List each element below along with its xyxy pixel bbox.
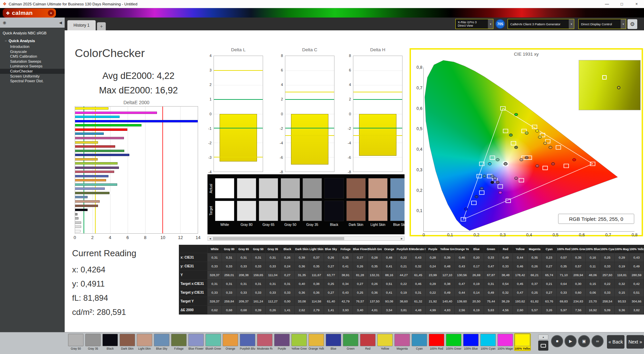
sidebar-item-saturation-sweeps[interactable]: Saturation Sweeps [0,59,65,64]
back-chevron-icon: « [609,339,611,345]
delta_l-ticks: 43210-1-2-3-4 [204,56,212,172]
stop-button[interactable]: ■ [551,335,563,347]
sidebar-item-screen-uniformity[interactable]: Screen Uniformity [0,74,65,79]
actual-row-label: Actual [208,178,214,199]
close-button[interactable]: × [629,0,644,8]
deltae-bar-light-skin [75,200,100,203]
deltae-bar-100-green [75,124,141,126]
patch-button-100-cyan[interactable]: 100% Cyan [480,334,496,350]
minimize-button[interactable]: — [600,0,614,8]
calman-logo[interactable]: ❖ calman ▾ [3,8,56,18]
patch-button-yellow[interactable]: Yellow [377,334,393,350]
pattern-expander: ▲ [538,334,548,351]
current-reading-value: y: 0,4911 [72,277,136,291]
sidebar-item-introduction[interactable]: Introduction [0,44,65,49]
loop-button[interactable]: ∞ [591,335,604,347]
patch-button-blue-sky[interactable]: Blue Sky [154,334,169,350]
scrollbar-thumb[interactable] [213,237,344,240]
chevron-down-icon[interactable]: ▾ [569,19,574,29]
swatch-column-label: Black [324,223,344,227]
patch-button-orange[interactable]: Orange [223,334,238,350]
target-swatch-gray-35 [302,201,322,221]
patch-button-red[interactable]: Red [360,334,376,350]
deltae-bar-gray-80 [75,226,81,228]
tree-expander-icon[interactable]: − [5,39,7,43]
deltae-bar-gray-65 [75,222,81,224]
patch-button-row: Gray 50Gray 35BlackDark SkinLight SkinBl… [68,334,530,350]
inset-target-marker [602,75,607,80]
meter-dropdown[interactable]: X-Rite i1Pro 3 Direct View ▾ [455,19,493,29]
actual-swatch-gray-35 [302,178,322,199]
actual-swatch-gray-50 [281,178,300,199]
stop-icon: ■ [556,339,558,344]
target-swatch-dark-skin [346,201,366,221]
patch-button-moderate-red[interactable]: Moderate Red [257,334,272,350]
pattern-window-button[interactable] [538,341,548,351]
pattern-generator-dropdown[interactable]: CalMAN Client 3 Pattern Generator ▾ [508,19,574,29]
patch-button-yellow-green[interactable]: Yellow Green [291,334,307,350]
chevron-down-icon[interactable]: ▾ [488,19,493,29]
sidebar-item-cms-calibration[interactable]: CMS Calibration [0,54,65,59]
display-control-dropdown[interactable]: Direct Display Control ▾ [578,19,626,29]
patch-button-100-red[interactable]: 100% Red [429,334,444,350]
patch-button-purple[interactable]: Purple [274,334,290,350]
patch-button-gray-35[interactable]: Gray 35 [85,334,101,350]
patch-button-cyan[interactable]: Cyan [412,334,427,350]
target-swatch-blue-sky [390,201,405,221]
workflow-title: Quick Analysis NBC sRGB [0,28,65,37]
patch-button-dark-skin[interactable]: Dark Skin [120,334,135,350]
patch-button-orange-yellow[interactable]: Orange Yellow [309,334,324,350]
sidebar-item-spectral-power-dist-[interactable]: Spectral Power Dist. [0,79,65,84]
patch-button-light-skin[interactable]: Light Skin [137,334,152,350]
current-reading: Current Reading x: 0,4264y: 0,4911fL: 81… [72,248,136,319]
sidebar-item-grayscale[interactable]: Grayscale [0,49,65,54]
deltae-bar-blue-flower [75,187,105,190]
transport-controls: ■▶▣∞ [551,335,604,347]
next-button[interactable]: Next » [626,335,644,349]
sidebar-collapse-button[interactable]: ◀ [59,21,62,25]
patch-button-100-magenta[interactable]: 100% Magenta [497,334,513,350]
actual-swatch-dark-skin [346,178,366,199]
patch-button-green[interactable]: Green [343,334,358,350]
patch-button-100-blue[interactable]: 100% Blue [463,334,479,350]
page-title: ColorChecker [75,47,145,60]
swatch-column-label: Gray 80 [237,223,256,227]
save-button[interactable]: ▣ [578,335,590,347]
back-label: Back [612,339,623,345]
settings-gear-button[interactable]: ⚙ [627,19,637,29]
chevron-down-icon[interactable]: ▾ [620,19,626,29]
back-button[interactable]: « Back [607,335,624,349]
maximize-button[interactable]: □ [614,0,629,8]
patch-button-bluish-green[interactable]: Bluish Green [205,334,221,350]
patch-button-purplish-blue[interactable]: Purplish Blue [240,334,255,350]
sidebar-root-quick-analysis[interactable]: −Quick Analysis [0,37,65,44]
patch-button-100-yellow[interactable]: 100% Yellow [515,334,530,350]
session-icon[interactable]: ◉ [3,20,6,25]
patch-button-gray-50[interactable]: Gray 50 [68,334,84,350]
patch-button-black[interactable]: Black [102,334,118,350]
target-row-label: Target [208,200,214,222]
current-reading-title: Current Reading [72,248,136,259]
logo-menu-button[interactable]: ▾ [48,10,54,16]
scroll-right-icon[interactable]: ▶ [399,237,404,240]
expand-up-button[interactable]: ▲ [538,334,548,340]
patch-button-blue-flower[interactable]: Blue Flower [188,334,204,350]
delta_h-plot [353,56,402,172]
patch-button-100-green[interactable]: 100% Green [446,334,461,350]
sidebar-item-luminance-sweeps[interactable]: Luminance Sweeps [0,64,65,69]
play-button[interactable]: ▶ [565,335,577,347]
delta-h-title: Delta H [353,47,402,55]
titlebar: ❖ Calman 2025 Calman Ultimate for Busine… [0,0,644,8]
sidebar-item-colorchecker[interactable]: ColorChecker [0,69,65,74]
scroll-left-icon[interactable]: ◀ [208,237,213,240]
tab-history-1[interactable]: History 1 [67,20,96,30]
patch-button-foliage[interactable]: Foliage [171,334,187,350]
swatch-scrollbar[interactable]: ◀ ▶ [207,236,405,241]
deltae-bar-foliage [75,192,109,194]
bottom-bar: Gray 50Gray 35BlackDark SkinLight SkinBl… [0,332,644,354]
patch-button-magenta[interactable]: Magenta [394,334,410,350]
tab-add-button[interactable]: + [97,22,106,30]
deltae-bar-100-yellow [75,107,108,110]
deltae-bar-yellow [75,141,98,144]
patch-button-blue[interactable]: Blue [326,334,341,350]
